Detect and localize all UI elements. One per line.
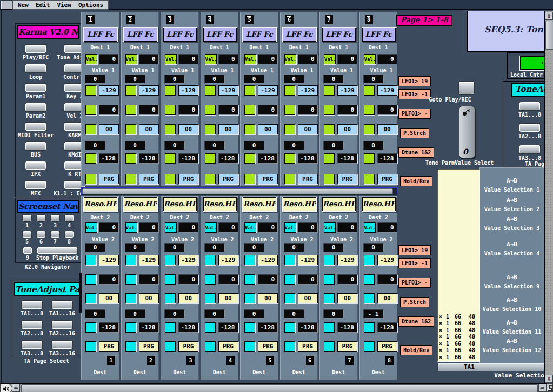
nav-button[interactable]	[22, 341, 42, 349]
select-square[interactable]	[364, 322, 375, 333]
value-display-dark[interactable]: -128	[377, 153, 397, 164]
menu-item[interactable]: View	[57, 2, 71, 9]
screenset-button[interactable]	[65, 215, 74, 221]
horizontal-scroll-thumb[interactable]	[21, 384, 538, 392]
select-square[interactable]	[324, 124, 335, 134]
value-display-dark[interactable]: 0	[178, 105, 198, 115]
select-square[interactable]	[324, 341, 335, 352]
dest2-param-button[interactable]: Reso.HP	[322, 197, 356, 211]
aux-display-1[interactable]: 0	[323, 243, 344, 252]
range-display[interactable]: 00	[178, 293, 198, 303]
aux-display-1[interactable]: 0	[125, 243, 145, 252]
select-square[interactable]	[85, 105, 96, 115]
value-display-dark[interactable]: -128	[298, 153, 318, 164]
mod-assignment-label[interactable]: Hold/Rev	[400, 345, 432, 355]
mod-assignment-label[interactable]: PLFO1> -	[398, 278, 431, 288]
select-square[interactable]	[284, 322, 295, 333]
value-display-dark[interactable]: -128	[337, 153, 357, 164]
value-display-dark[interactable]: 0	[178, 274, 198, 285]
mod-assignment-label[interactable]: LFO1> 19	[398, 245, 431, 255]
value-display-dark[interactable]: 0	[218, 274, 238, 285]
window-resize-grip[interactable]	[547, 383, 553, 392]
select-square[interactable]	[284, 85, 295, 96]
value-display-dark[interactable]: 0	[298, 105, 318, 115]
select-square[interactable]	[364, 174, 375, 184]
aux-display-2[interactable]: 0	[85, 141, 105, 150]
value-display-dark[interactable]: -128	[218, 153, 238, 164]
select-square[interactable]	[205, 322, 216, 333]
aux-display-1[interactable]: 0	[164, 243, 185, 252]
value-display-dark[interactable]: 0	[258, 274, 278, 285]
range-display[interactable]: 00	[99, 124, 119, 134]
divider-thumb[interactable]	[82, 188, 393, 194]
select-square[interactable]	[284, 124, 295, 134]
select-square[interactable]	[165, 322, 176, 333]
select-square[interactable]	[364, 85, 375, 96]
range-display[interactable]: 00	[218, 293, 238, 303]
value-display-dark[interactable]: -128	[139, 322, 159, 333]
vertical-scroll-thumb[interactable]	[545, 21, 553, 50]
screenset-button[interactable]	[37, 231, 45, 238]
aux-display-1[interactable]: 0	[204, 243, 225, 252]
nav-button[interactable]	[25, 103, 46, 111]
value-display[interactable]: 0	[337, 54, 357, 64]
aux-display-1[interactable]: 0	[363, 243, 384, 252]
select-square[interactable]	[244, 322, 255, 333]
aux-display-1[interactable]: 0	[85, 75, 105, 84]
mod-assignment-label[interactable]: Dtune 1&2	[398, 316, 434, 327]
range-display[interactable]: -129	[258, 255, 278, 265]
prg-display[interactable]: PRG	[139, 341, 159, 352]
range-display[interactable]: 00	[298, 124, 318, 134]
tone-parm-value-slider[interactable]: 0	[459, 106, 475, 158]
vertical-scrollbar[interactable]: ⇧ ⇩	[544, 11, 553, 383]
select-square[interactable]	[85, 322, 96, 333]
select-square[interactable]	[125, 255, 136, 265]
select-square[interactable]	[205, 255, 216, 265]
select-square[interactable]	[205, 124, 216, 134]
select-square[interactable]	[165, 341, 176, 352]
select-square[interactable]	[284, 105, 295, 115]
select-square[interactable]	[125, 153, 136, 164]
value-display-dark[interactable]: 0	[218, 105, 238, 115]
value-selection-item[interactable]: A⇒B Value Selection 1	[479, 177, 544, 193]
select-square[interactable]	[284, 341, 295, 352]
mod-assignment-label[interactable]: PLFO1> -	[398, 109, 431, 119]
aux-display-1[interactable]: 0	[204, 75, 225, 84]
screenset-button[interactable]	[51, 231, 59, 238]
aux-display-2[interactable]: 0	[164, 141, 185, 150]
value-selection-item[interactable]: A⇒B Value Selection 10	[479, 296, 544, 312]
range-display[interactable]: -129	[218, 255, 238, 265]
range-display[interactable]: -129	[377, 85, 397, 96]
prg-display[interactable]: PRG	[337, 341, 357, 352]
scroll-right-arrow-icon[interactable]: ⇨	[538, 384, 547, 392]
ta1-scroll-bar[interactable]: TA1	[437, 363, 544, 371]
select-square[interactable]	[125, 293, 136, 303]
speaker-icon[interactable]	[0, 384, 12, 392]
range-display[interactable]: -129	[139, 85, 159, 96]
aux-display-2[interactable]: 0	[204, 309, 225, 319]
mod-assignment-label[interactable]: P.Strch	[400, 297, 429, 307]
value-display[interactable]: 0	[298, 54, 318, 64]
value-display[interactable]: 0	[377, 54, 397, 64]
aux-display-2[interactable]: 0	[284, 141, 304, 150]
select-square[interactable]	[165, 174, 176, 184]
value-selection-item[interactable]: A⇒B Value Selection 11	[479, 319, 544, 335]
select-square[interactable]	[125, 274, 136, 285]
value-selection-item[interactable]: A⇒B Value Selection 4	[479, 241, 544, 256]
select-square[interactable]	[244, 341, 255, 352]
select-square[interactable]	[85, 255, 96, 265]
prg-display[interactable]: PRG	[377, 174, 397, 184]
prg-display[interactable]: PRG	[178, 341, 198, 352]
select-square[interactable]	[125, 174, 136, 184]
value-display-dark[interactable]: -128	[298, 322, 318, 333]
aux-display-2[interactable]: 0	[244, 309, 264, 319]
range-display[interactable]: -129	[298, 255, 318, 265]
value-display-dark[interactable]: 0	[377, 274, 397, 285]
aux-display-1[interactable]: 0	[85, 243, 105, 252]
screenset-button-9[interactable]	[23, 247, 32, 254]
aux-display-2[interactable]: 0	[323, 309, 344, 319]
aux-display-2[interactable]: - 1	[363, 309, 384, 319]
aux-display-2[interactable]: 0	[244, 141, 264, 150]
aux-display-1[interactable]: 0	[244, 243, 264, 252]
select-square[interactable]	[364, 341, 375, 352]
